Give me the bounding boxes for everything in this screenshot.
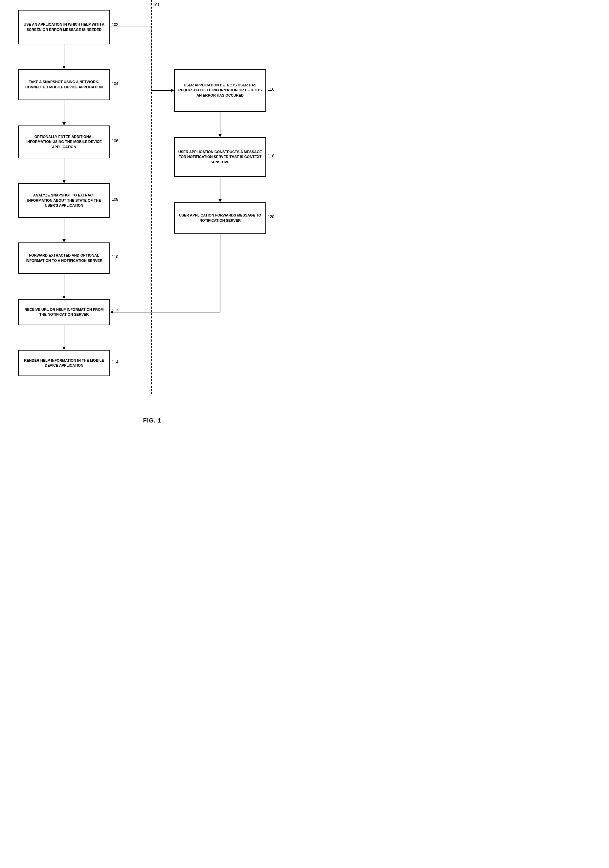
box-104: TAKE A SNAPSHOT USING A NETWORK-CONNECTE… (18, 69, 110, 100)
diagram-container: 101 (0, 0, 305, 434)
box-120: USER APPLICATION FORWARDS MESSAGE TO NOT… (174, 202, 266, 234)
label-110: 110 (112, 255, 118, 259)
label-120: 120 (268, 214, 274, 219)
svg-marker-5 (62, 180, 66, 183)
box-110: FORWARD EXTRACTED AND OPTIONAL INFORMATI… (18, 242, 110, 274)
box-102: USE AN APPLICATION IN WHICH HELP WITH A … (18, 10, 110, 44)
label-104: 104 (112, 82, 118, 86)
label-112: 112 (112, 309, 118, 313)
box-106: OPTIONALLY ENTER ADDITIONAL INFORMATION … (18, 126, 110, 158)
svg-marker-9 (62, 296, 66, 299)
label-118: 118 (268, 154, 274, 158)
label-102: 102 (112, 22, 118, 27)
svg-marker-7 (62, 239, 66, 242)
svg-marker-15 (171, 89, 174, 92)
label-106: 106 (112, 139, 118, 143)
label-108: 108 (112, 197, 118, 202)
svg-marker-17 (218, 134, 222, 137)
box-118: USER APPLICATION CONSTRUCTS A MESSAGE FO… (174, 137, 266, 177)
box-114: RENDER HELP INFORMATION IN THE MOBILE DE… (18, 350, 110, 376)
label-116: 116 (268, 87, 274, 91)
box-112: RECEIVE URL OR HELP INFORMATION FROM THE… (18, 299, 110, 325)
svg-marker-1 (62, 66, 66, 69)
figure-label: FIG. 1 (143, 417, 161, 424)
box-116: USER APPLICATION DETECTS USER HAS REQUES… (174, 69, 266, 112)
label-114: 114 (112, 360, 118, 364)
svg-marker-19 (218, 199, 222, 202)
flow-divider (151, 0, 152, 394)
svg-marker-11 (62, 347, 66, 350)
divider-label: 101 (153, 3, 160, 7)
box-108: ANALYZE SNAPSHOT TO EXTRACT INFORMATION … (18, 183, 110, 218)
svg-marker-3 (62, 122, 66, 126)
